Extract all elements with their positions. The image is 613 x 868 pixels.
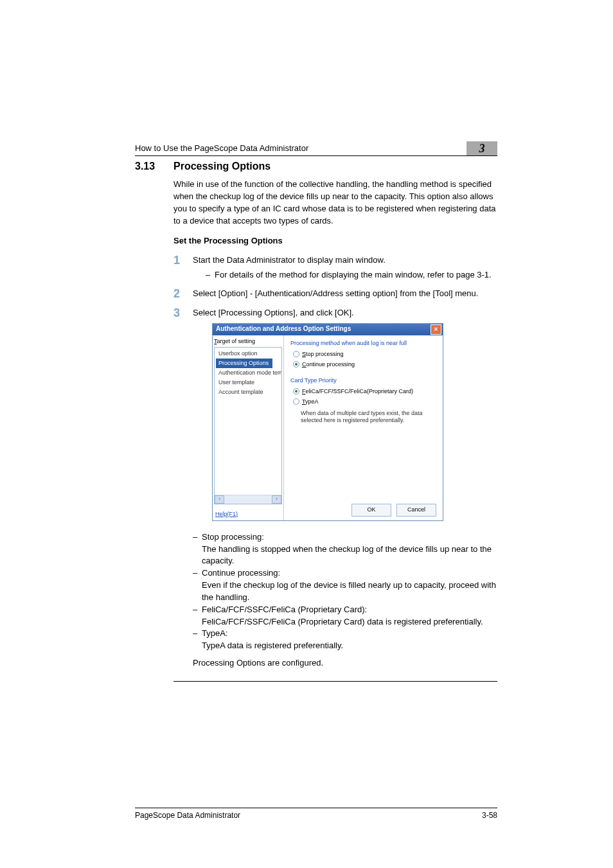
explanation-item: – FeliCa/FCF/SSFC/FeliCa (Proprietary Ca…	[193, 604, 497, 628]
sublist-text: For details of the method for displaying…	[215, 269, 492, 281]
settings-tree[interactable]: Userbox option Processing Options Authen…	[214, 347, 282, 504]
tree-item[interactable]: Account template	[216, 387, 281, 397]
tree-label: Target of setting	[214, 337, 282, 346]
section-title: Processing Options	[173, 161, 271, 172]
intro-paragraph: While in use of the function of the coll…	[173, 179, 497, 227]
cancel-button[interactable]: Cancel	[396, 504, 436, 517]
sub-heading: Set the Processing Options	[173, 236, 497, 245]
close-icon[interactable]: ×	[431, 324, 441, 335]
dialog-right-panel: Processing method when audit log is near…	[284, 335, 443, 520]
page-footer: PageScope Data Administrator 3-58	[135, 808, 497, 820]
radio-felica[interactable]: FeliCa/FCF/SSFC/FeliCa(Proprietary Card)	[293, 387, 438, 396]
scroll-left-icon[interactable]: ‹	[215, 495, 224, 504]
explanation-item: – TypeA: TypeA data is registered prefer…	[193, 628, 497, 652]
explanation-text: TypeA: TypeA data is registered preferen…	[202, 628, 343, 652]
tree-item-selected[interactable]: Processing Options	[216, 359, 272, 368]
ok-button[interactable]: OK	[351, 504, 391, 517]
running-head-text: How to Use the PageScope Data Administra…	[135, 143, 308, 155]
scroll-right-icon[interactable]: ›	[272, 495, 281, 504]
dialog-left-panel: Target of setting Userbox option Process…	[213, 335, 284, 520]
footer-left: PageScope Data Administrator	[135, 811, 240, 820]
horizontal-scrollbar[interactable]: ‹ ›	[215, 495, 281, 504]
step-text: Start the Data Administrator to display …	[193, 255, 386, 265]
radio-typea[interactable]: TypeA	[293, 398, 438, 406]
hint-text: When data of multiple card types exist, …	[301, 410, 438, 425]
chapter-number-box: 3	[466, 141, 497, 155]
section-heading: 3.13 Processing Options	[135, 161, 497, 172]
radio-label: Stop processing	[302, 350, 344, 359]
dialog-button-row: OK Cancel	[351, 504, 436, 517]
closing-text: Processing Options are configured.	[193, 657, 497, 669]
body-block: While in use of the function of the coll…	[173, 179, 497, 682]
step: 3 Select [Processing Options], and click…	[173, 307, 497, 669]
explanation-text: FeliCa/FCF/SSFC/FeliCa (Proprietary Card…	[202, 604, 483, 628]
tree-item[interactable]: Authentication mode tem	[216, 368, 281, 378]
dialog-titlebar: Authentication and Address Option Settin…	[213, 324, 443, 335]
chapter-number: 3	[479, 142, 485, 155]
dash-icon: –	[193, 604, 202, 628]
sublist-item: – For details of the method for displayi…	[206, 269, 497, 281]
step: 2 Select [Option] - [Authentication/Addr…	[173, 288, 497, 301]
step: 1 Start the Data Administrator to displa…	[173, 254, 497, 281]
step-text: Select [Processing Options], and click […	[193, 308, 354, 317]
explanation-item: – Continue processing: Even if the check…	[193, 567, 497, 604]
dialog-title: Authentication and Address Option Settin…	[216, 324, 351, 334]
section-number: 3.13	[135, 161, 173, 172]
document-page: How to Use the PageScope Data Administra…	[0, 0, 613, 868]
dialog-body: Target of setting Userbox option Process…	[213, 335, 443, 520]
step-body: Select [Option] - [Authentication/Addres…	[193, 288, 497, 301]
explanation-text: Stop processing: The handling is stopped…	[202, 531, 497, 568]
dash-icon: –	[193, 628, 202, 652]
radio-label: TypeA	[302, 398, 319, 406]
radio-icon[interactable]	[293, 351, 299, 357]
dash-icon: –	[206, 269, 215, 281]
step-text: Select [Option] - [Authentication/Addres…	[193, 288, 478, 298]
running-head-row: How to Use the PageScope Data Administra…	[135, 141, 497, 156]
tree-item[interactable]: User template	[216, 378, 281, 387]
step-body: Select [Processing Options], and click […	[193, 307, 497, 669]
step-number: 3	[173, 307, 193, 669]
footer-right: 3-58	[482, 811, 497, 820]
help-link[interactable]: Help(F1)	[215, 510, 238, 518]
options-dialog: Authentication and Address Option Settin…	[212, 323, 443, 521]
radio-icon[interactable]	[293, 361, 299, 368]
content-area: 3.13 Processing Options While in use of …	[135, 161, 497, 682]
radio-label: Continue processing	[302, 360, 355, 369]
explanation-item: – Stop processing: The handling is stopp…	[193, 531, 497, 568]
explanation-list: – Stop processing: The handling is stopp…	[193, 531, 497, 652]
horizontal-rule	[173, 681, 497, 682]
step-body: Start the Data Administrator to display …	[193, 254, 497, 281]
radio-icon[interactable]	[293, 398, 299, 405]
step-number: 1	[173, 254, 193, 281]
radio-label: FeliCa/FCF/SSFC/FeliCa(Proprietary Card)	[302, 387, 413, 396]
tree-item[interactable]: Userbox option	[216, 349, 281, 359]
step-sublist: – For details of the method for displayi…	[193, 269, 497, 281]
radio-stop-processing[interactable]: Stop processing	[293, 350, 438, 359]
dash-icon: –	[193, 531, 202, 568]
step-number: 2	[173, 288, 193, 301]
radio-icon[interactable]	[293, 388, 299, 394]
tree-label-rest: arget of setting	[217, 338, 256, 344]
dash-icon: –	[193, 567, 202, 604]
explanation-text: Continue processing: Even if the checkup…	[202, 567, 497, 604]
radio-continue-processing[interactable]: Continue processing	[293, 360, 438, 369]
group-label: Card Type Priority	[290, 376, 438, 385]
group-label: Processing method when audit log is near…	[290, 339, 438, 348]
